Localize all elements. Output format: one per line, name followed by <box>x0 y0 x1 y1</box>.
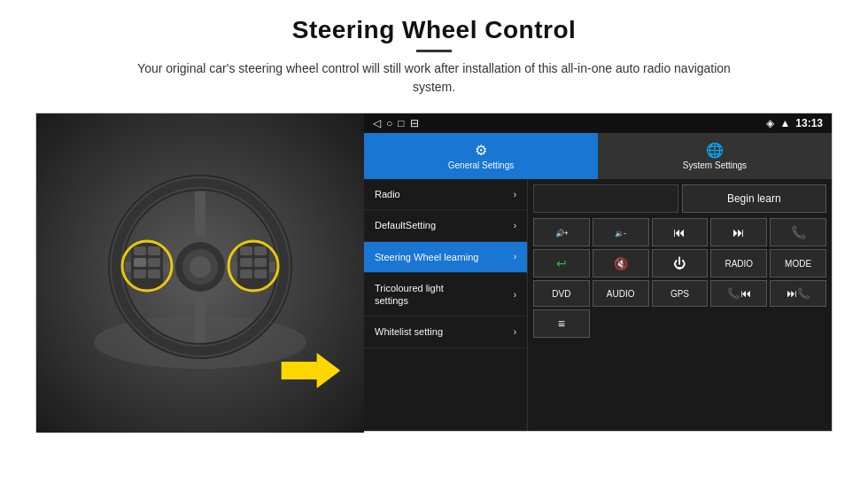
svg-point-10 <box>190 256 211 277</box>
answer-button[interactable]: ↩ <box>533 249 590 277</box>
menu-radio-chevron: › <box>514 190 516 199</box>
next-track-button[interactable]: ⏭ <box>710 218 767 246</box>
menu-list: Radio › DefaultSetting › Steering Wheel … <box>364 179 528 431</box>
gps-label: GPS <box>670 289 689 299</box>
prev-track-button[interactable]: ⏮ <box>652 218 709 246</box>
menu-item-radio[interactable]: Radio › <box>364 179 527 210</box>
svg-rect-22 <box>254 258 267 267</box>
menu-item-default[interactable]: DefaultSetting › <box>364 210 527 241</box>
tab-bar: ⚙ General Settings 🌐 System Settings <box>364 133 832 179</box>
controls-grid: Begin learn 🔊+ 🔉- ⏮ <box>528 179 832 431</box>
gps-status-icon: ◈ <box>766 117 774 129</box>
tab-system[interactable]: 🌐 System Settings <box>598 133 832 179</box>
main-content: Radio › DefaultSetting › Steering Wheel … <box>364 179 832 431</box>
content-area: ◁ ○ □ ⊟ ◈ ▲ 13:13 ⚙ General Settings <box>35 113 833 432</box>
svg-text:🔉-: 🔉- <box>615 229 626 238</box>
car-image-panel <box>36 113 364 433</box>
recent-icon: □ <box>398 117 404 129</box>
radio-button[interactable]: RADIO <box>710 249 767 277</box>
audio-label: AUDIO <box>607 289 635 299</box>
list-button[interactable]: ≡ <box>533 309 590 338</box>
general-settings-icon: ⚙ <box>475 142 487 159</box>
mode-label: MODE <box>785 259 811 269</box>
menu-steering-label: Steering Wheel learning <box>375 251 478 263</box>
svg-rect-16 <box>134 270 146 278</box>
yellow-arrow <box>275 353 346 388</box>
menu-default-chevron: › <box>514 221 516 230</box>
system-settings-icon: 🌐 <box>706 142 724 159</box>
power-button[interactable]: ⏻ <box>652 249 709 277</box>
home-icon: ○ <box>386 117 392 129</box>
controls-row1: 🔊+ 🔉- ⏮ ⏭ 📞 <box>533 218 826 246</box>
car-background <box>36 113 364 433</box>
subtitle: Your original car's steering wheel contr… <box>115 59 753 97</box>
svg-rect-12 <box>134 246 146 255</box>
menu-whitelist-label: Whitelist setting <box>375 325 443 338</box>
svg-rect-19 <box>240 246 252 255</box>
svg-text:🔊+: 🔊+ <box>555 229 568 238</box>
svg-rect-24 <box>254 270 267 278</box>
steering-wheel <box>85 165 315 381</box>
controls-row3: DVD AUDIO GPS 📞⏮ ⏭📞 <box>533 280 826 307</box>
radio-label: RADIO <box>725 259 753 269</box>
top-row: Begin learn <box>533 184 826 213</box>
menu-tricoloured-chevron: › <box>514 290 516 300</box>
audio-button[interactable]: AUDIO <box>593 280 649 307</box>
svg-rect-23 <box>240 270 252 278</box>
gps-button[interactable]: GPS <box>652 280 709 307</box>
phone-button[interactable]: 📞 <box>770 218 826 246</box>
empty-box <box>533 184 678 213</box>
svg-rect-17 <box>148 270 160 278</box>
tab-general[interactable]: ⚙ General Settings <box>364 133 598 179</box>
phone-next-button[interactable]: ⏭📞 <box>770 280 826 307</box>
svg-marker-27 <box>282 353 341 388</box>
time-display: 13:13 <box>795 117 823 129</box>
title-divider <box>416 50 452 52</box>
android-panel: ◁ ○ □ ⊟ ◈ ▲ 13:13 ⚙ General Settings <box>364 113 832 431</box>
vol-down-button[interactable]: 🔉- <box>593 218 649 246</box>
mode-button[interactable]: MODE <box>770 249 826 277</box>
menu-whitelist-chevron: › <box>514 327 516 337</box>
menu-item-steering[interactable]: Steering Wheel learning › <box>364 242 527 273</box>
controls-row2: ↩ 🔇 ⏻ RADIO MODE <box>533 249 826 277</box>
menu-radio-label: Radio <box>375 188 400 200</box>
title-section: Steering Wheel Control Your original car… <box>115 16 753 107</box>
svg-rect-21 <box>240 258 252 267</box>
wifi-icon: ▲ <box>779 117 790 129</box>
svg-rect-13 <box>148 246 160 255</box>
nav-icons: ◁ ○ □ ⊟ <box>373 117 419 129</box>
tab-general-label: General Settings <box>448 160 515 170</box>
tab-system-label: System Settings <box>683 160 747 170</box>
status-bar: ◁ ○ □ ⊟ ◈ ▲ 13:13 <box>364 113 832 133</box>
menu-steering-chevron: › <box>514 252 516 262</box>
dvd-label: DVD <box>552 289 570 299</box>
menu-default-label: DefaultSetting <box>375 219 436 231</box>
svg-rect-15 <box>148 258 160 267</box>
menu-tricoloured-label: Tricoloured lightsettings <box>375 282 444 308</box>
dvd-button[interactable]: DVD <box>533 280 590 307</box>
controls-row4: ≡ <box>533 309 826 338</box>
menu-icon: ⊟ <box>410 117 419 129</box>
svg-rect-20 <box>254 246 267 255</box>
svg-rect-14 <box>134 258 146 267</box>
mute-button[interactable]: 🔇 <box>593 249 649 277</box>
menu-item-tricoloured[interactable]: Tricoloured lightsettings › <box>364 273 527 317</box>
back-icon: ◁ <box>373 117 381 129</box>
vol-up-button[interactable]: 🔊+ <box>533 218 590 246</box>
begin-learn-button[interactable]: Begin learn <box>682 184 827 213</box>
menu-item-whitelist[interactable]: Whitelist setting › <box>364 316 527 348</box>
phone-prev-button[interactable]: 📞⏮ <box>710 280 767 307</box>
page-title: Steering Wheel Control <box>115 16 753 44</box>
